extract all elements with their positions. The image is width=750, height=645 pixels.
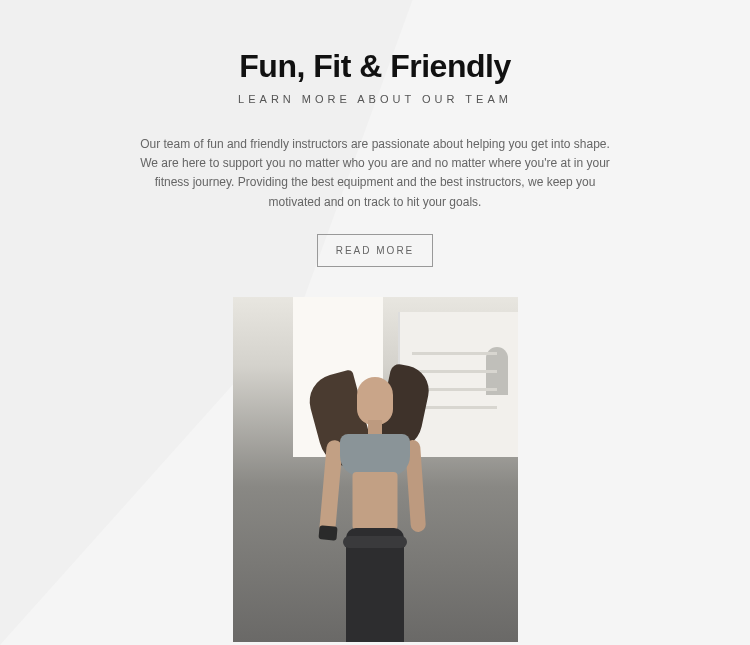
hero-photo [233,297,518,642]
description-text: Our team of fun and friendly instructors… [125,135,625,212]
page-subtitle: LEARN MORE ABOUT OUR TEAM [0,93,750,105]
person-figure [305,352,445,642]
read-more-button[interactable]: READ MORE [317,234,434,267]
main-content: Fun, Fit & Friendly LEARN MORE ABOUT OUR… [0,0,750,642]
page-title: Fun, Fit & Friendly [0,48,750,85]
